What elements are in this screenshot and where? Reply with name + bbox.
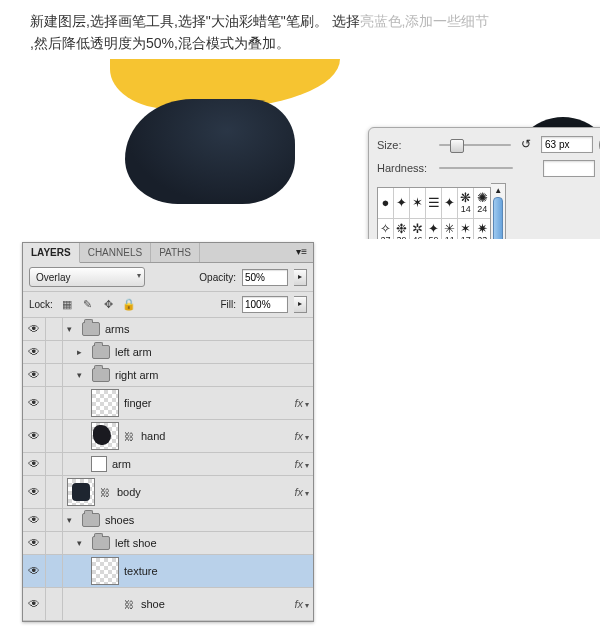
- brush-preset-cell[interactable]: ●: [378, 188, 394, 219]
- brush-preset-cell[interactable]: ❉39: [394, 219, 410, 239]
- preset-scrollbar[interactable]: ▲ ▼: [491, 183, 506, 239]
- brush-preset-cell[interactable]: ✧27: [378, 219, 394, 239]
- scroll-up-icon[interactable]: ▲: [494, 186, 502, 195]
- brush-preset-cell[interactable]: ❋14: [458, 188, 474, 219]
- brush-presets-panel: Size: ↺ ▸ Hardness: ●✦✶☰✦❋14✺24✧27❉39✲46…: [368, 127, 600, 239]
- size-input[interactable]: [541, 136, 593, 153]
- brush-preset-cell[interactable]: ☰: [426, 188, 442, 219]
- brush-preset-grid: ●✦✶☰✦❋14✺24✧27❉39✲46✦59✳11✶17✷23✸36✹44✺6…: [377, 187, 491, 239]
- brush-preset-cell[interactable]: ✲46: [410, 219, 426, 239]
- brush-preset-cell[interactable]: ✳11: [442, 219, 458, 239]
- instruction-caption: 新建图层,选择画笔工具,选择"大油彩蜡笔"笔刷。 选择亮蓝色,添加一些细节 ,然…: [0, 0, 600, 59]
- artwork-shoe: [125, 99, 295, 204]
- hardness-input[interactable]: [543, 160, 595, 177]
- canvas-preview: Size: ↺ ▸ Hardness: ●✦✶☰✦❋14✺24✧27❉39✲46…: [30, 59, 570, 239]
- size-slider[interactable]: [439, 138, 511, 152]
- brush-preset-cell[interactable]: ✦: [394, 188, 410, 219]
- hardness-slider[interactable]: [439, 161, 513, 175]
- brush-preset-cell[interactable]: ✺24: [474, 188, 490, 219]
- hardness-label: Hardness:: [377, 162, 433, 174]
- brush-preset-cell[interactable]: ✶17: [458, 219, 474, 239]
- brush-preset-cell[interactable]: ✦59: [426, 219, 442, 239]
- brush-preset-cell[interactable]: ✦: [442, 188, 458, 219]
- brush-preset-cell[interactable]: ✷23: [474, 219, 490, 239]
- brush-preset-cell[interactable]: ✶: [410, 188, 426, 219]
- size-label: Size:: [377, 139, 433, 151]
- size-reset-icon[interactable]: ↺: [517, 138, 535, 152]
